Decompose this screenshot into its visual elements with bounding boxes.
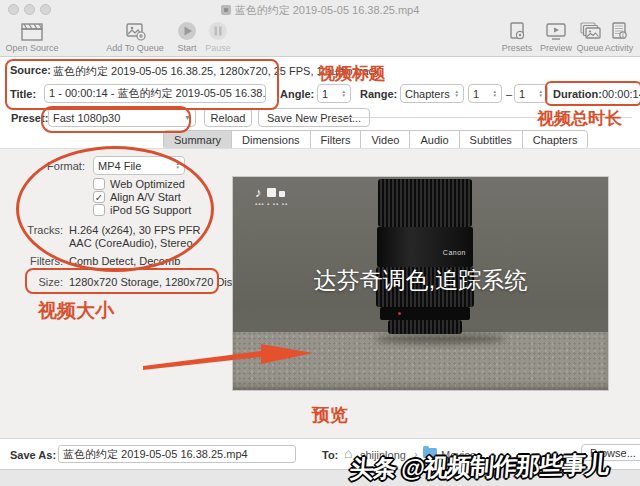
preview-annotation: 预览	[312, 403, 348, 427]
range-type-select[interactable]: Chapters ▲▼	[400, 84, 464, 103]
video-file-icon	[221, 5, 231, 15]
lens-shadow	[375, 334, 505, 344]
range-type-stepper-icon: ▲▼	[451, 90, 459, 98]
add-to-queue-icon	[122, 21, 148, 42]
filters-value: Comb Detect, Decomb	[69, 255, 180, 267]
camera-lens: Canon	[375, 179, 475, 344]
web-optimized-checkbox[interactable]: Web Optimized	[93, 178, 185, 190]
title-select[interactable]: 1 - 00:00:14 - 蓝色的约定 2019-05-05 16.38.25…	[44, 84, 266, 103]
angle-stepper[interactable]: 1 ▲▼	[317, 84, 351, 103]
preset-select-chevron-icon: ▼	[180, 114, 191, 122]
tab-dimensions[interactable]: Dimensions	[231, 131, 309, 149]
size-value: 1280x720 Storage, 1280x720 Display	[69, 276, 252, 288]
duration-value: 00:00:14	[602, 88, 640, 100]
save-as-input[interactable]: 蓝色的约定 2019-05-05 16.38.25.mp4	[58, 445, 296, 463]
duration-label: Duration:	[553, 88, 602, 100]
align-av-start-checkbox-box[interactable]	[93, 191, 105, 203]
angle-stepper-icon: ▲▼	[338, 90, 346, 98]
tab-chapters[interactable]: Chapters	[522, 131, 588, 149]
format-select[interactable]: MP4 File ▲▼	[93, 156, 185, 175]
video-title-annotation: 视频标题	[318, 62, 386, 85]
music-note-icon: ♪	[255, 185, 288, 200]
pause-icon	[206, 21, 230, 42]
window-titlebar: 蓝色的约定 2019-05-05 16.38.25.mp4	[0, 0, 640, 19]
handbrake-window: 蓝色的约定 2019-05-05 16.38.25.mp4 Open Sourc…	[0, 0, 640, 486]
filters-label: Filters:	[8, 255, 63, 267]
video-logo-watermark: ♪ ▪▪▪ ▪ ▪▪ ▪▪	[255, 185, 288, 207]
lens-mount-band	[380, 307, 470, 320]
angle-label: Angle:	[280, 88, 314, 100]
tab-summary[interactable]: Summary	[164, 131, 231, 149]
tab-audio[interactable]: Audio	[409, 131, 458, 149]
to-label: To:	[322, 449, 338, 461]
total-duration-annotation: 视频总时长	[537, 107, 622, 130]
add-to-queue-button[interactable]: Add To Queue	[102, 21, 168, 53]
lens-barrel: Canon	[377, 227, 473, 267]
presets-button[interactable]: Presets	[496, 21, 538, 53]
tracks-line1: H.264 (x264), 30 FPS PFR	[69, 224, 200, 236]
tab-video[interactable]: Video	[360, 131, 409, 149]
video-size-annotation: 视频大小	[38, 298, 114, 324]
tracks-label: Tracks:	[8, 224, 63, 236]
size-label: Size:	[8, 276, 63, 288]
watermark-text: 头条 @视频制作那些事儿	[348, 449, 609, 485]
activity-button[interactable]: Activity	[600, 21, 638, 53]
video-overlay-caption: 达芬奇调色,追踪系统	[233, 265, 608, 296]
source-label: Source:	[10, 64, 51, 76]
ipod-5g-support-checkbox-box[interactable]	[93, 204, 105, 216]
preset-label: Preset:	[11, 112, 48, 124]
settings-tab-bar: Summary Dimensions Filters Video Audio S…	[163, 130, 588, 150]
save-as-label: Save As:	[10, 449, 56, 461]
format-select-stepper-icon: ▲▼	[172, 162, 180, 170]
preset-select[interactable]: Fast 1080p30 ▼	[48, 108, 196, 127]
range-from-stepper-icon: ▲▼	[489, 90, 497, 98]
tab-filters[interactable]: Filters	[310, 131, 361, 149]
clapperboard-icon	[19, 21, 45, 42]
tracks-line2: AAC (CoreAudio), Stereo	[69, 237, 193, 249]
window-title: 蓝色的约定 2019-05-05 16.38.25.mp4	[0, 3, 640, 18]
lens-brand-text: Canon	[443, 249, 466, 256]
range-label: Range:	[360, 88, 397, 100]
lens-base	[388, 320, 462, 334]
tab-subtitles[interactable]: Subtitles	[459, 131, 522, 149]
lens-hood	[378, 179, 472, 227]
start-play-icon	[175, 21, 199, 42]
range-to-stepper-icon: ▲▼	[535, 90, 543, 98]
pause-button[interactable]: Pause	[200, 21, 236, 53]
align-av-start-checkbox[interactable]: Align A/V Start	[93, 191, 181, 203]
web-optimized-checkbox-box[interactable]	[93, 178, 105, 190]
open-source-button[interactable]: Open Source	[2, 21, 62, 53]
presets-icon	[505, 21, 529, 42]
start-button[interactable]: Start	[170, 21, 204, 53]
video-logo-caption: ▪▪▪ ▪ ▪▪ ▪▪	[255, 201, 288, 207]
range-from-stepper[interactable]: 1 ▲▼	[468, 84, 502, 103]
main-toolbar: Open Source Add To Queue Start	[0, 19, 640, 57]
reload-button[interactable]: Reload	[204, 108, 252, 127]
format-label: Format:	[30, 160, 85, 172]
range-to-stepper[interactable]: 1 ▲▼	[514, 84, 548, 103]
range-dash: –	[506, 88, 512, 100]
video-preview-image: Canon ♪ ▪▪▪ ▪ ▪▪ ▪▪ 达芬奇调色,追踪系统	[233, 177, 608, 390]
activity-log-icon	[607, 21, 631, 42]
ipod-5g-support-checkbox[interactable]: iPod 5G Support	[93, 204, 191, 216]
preview-monitor-icon	[543, 21, 569, 42]
title-label: Title:	[10, 88, 36, 100]
